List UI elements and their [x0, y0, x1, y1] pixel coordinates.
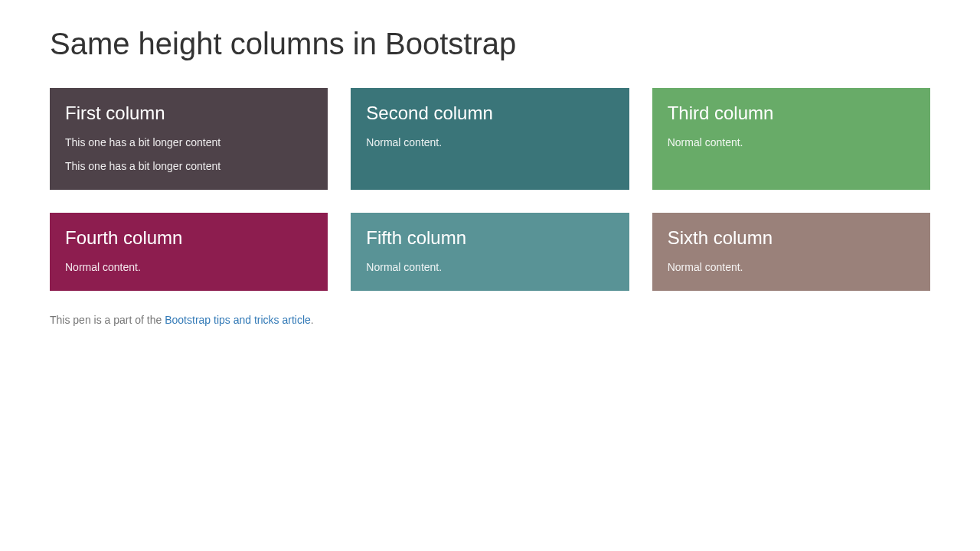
page-title: Same height columns in Bootstrap: [50, 27, 930, 61]
column-paragraph: Normal content.: [366, 259, 613, 276]
page-container: Same height columns in Bootstrap First c…: [50, 0, 930, 326]
row: Fourth columnNormal content.Fifth column…: [50, 213, 930, 291]
column-title: Fifth column: [366, 227, 613, 249]
column-title: Second column: [366, 103, 613, 125]
footer-note: This pen is a part of the Bootstrap tips…: [50, 314, 930, 326]
footer-suffix: .: [311, 314, 314, 326]
column-title: First column: [65, 103, 312, 125]
column-card: First columnThis one has a bit longer co…: [50, 88, 328, 190]
row: First columnThis one has a bit longer co…: [50, 88, 930, 190]
column-card: Second columnNormal content.: [351, 88, 629, 190]
column-title: Fourth column: [65, 227, 312, 249]
column-paragraph: This one has a bit longer content: [65, 135, 312, 151]
column-paragraph: Normal content.: [366, 135, 613, 151]
column-card: Fourth columnNormal content.: [50, 213, 328, 291]
column-paragraph: Normal content.: [668, 259, 915, 276]
column-title: Third column: [668, 103, 915, 125]
column-paragraph: Normal content.: [65, 259, 312, 276]
footer-link[interactable]: Bootstrap tips and tricks article: [165, 314, 311, 326]
rows-wrapper: First columnThis one has a bit longer co…: [50, 88, 930, 291]
column-card: Sixth columnNormal content.: [652, 213, 930, 291]
column-title: Sixth column: [668, 227, 915, 249]
column-paragraph: This one has a bit longer content: [65, 158, 312, 174]
column-card: Fifth columnNormal content.: [351, 213, 629, 291]
footer-prefix: This pen is a part of the: [50, 314, 165, 326]
column-paragraph: Normal content.: [668, 135, 915, 151]
column-card: Third columnNormal content.: [652, 88, 930, 190]
